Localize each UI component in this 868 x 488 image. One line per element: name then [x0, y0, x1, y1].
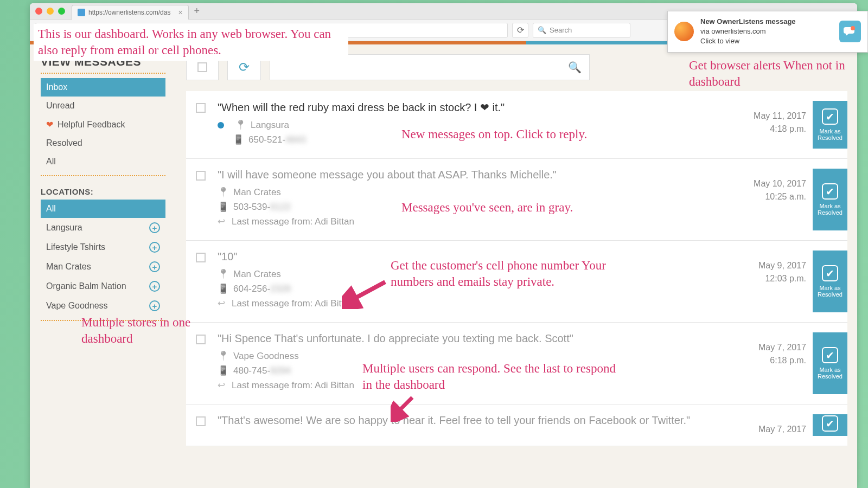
last-message-from: Last message from: Adi Bittan [232, 216, 354, 227]
check-icon: ✔ [822, 108, 838, 125]
message-timestamp: May 11, 20174:18 p.m. [748, 101, 813, 149]
phone-icon [218, 365, 229, 376]
message-location: Man Crates [233, 187, 281, 198]
add-location-icon[interactable]: + [149, 281, 160, 292]
message-body: "That's awesome! We are so happy to hear… [218, 414, 748, 436]
message-row[interactable]: "When will the red ruby maxi dress be ba… [186, 91, 847, 159]
message-timestamp: May 10, 201710:25 a.m. [748, 169, 813, 230]
message-text: "When will the red ruby maxi dress be ba… [218, 101, 741, 114]
window-controls [35, 8, 65, 15]
location-item-all[interactable]: All [41, 200, 165, 218]
browser-tab[interactable]: https://ownerlistens.com/das × [72, 5, 189, 20]
message-timestamp: May 9, 201712:03 p.m. [748, 251, 813, 312]
browser-notification[interactable]: New OwnerListens message via ownerlisten… [667, 11, 868, 53]
annotation-browser-alerts: Get browser alerts When not in dashboard [689, 57, 852, 90]
divider [41, 175, 165, 176]
reply-icon [218, 298, 227, 309]
search-placeholder: Search [550, 26, 572, 34]
message-text: "I will have someone message you about t… [218, 169, 741, 181]
notification-text: New OwnerListens message via ownerlisten… [700, 17, 833, 47]
location-icon [218, 350, 229, 362]
message-timestamp: May 7, 2017 [748, 414, 813, 436]
sidebar-item-helpful-feedback[interactable]: ❤Helpful Feedback [41, 115, 165, 134]
location-item-vape-goodness[interactable]: Vape Goodness+ [41, 296, 165, 316]
reply-icon [218, 216, 227, 227]
location-icon [235, 119, 246, 131]
location-item-lifestyle-tshirts[interactable]: Lifestyle Tshirts+ [41, 237, 165, 257]
sidebar-item-unread[interactable]: Unread [41, 97, 165, 115]
message-text: "That's awesome! We are so happy to hear… [218, 414, 741, 427]
mark-resolved-button[interactable]: ✔Mark asResolved [813, 169, 847, 230]
sidebar-item-all[interactable]: All [41, 152, 165, 171]
mark-resolved-button[interactable]: ✔Mark asResolved [813, 251, 847, 312]
message-row[interactable]: "That's awesome! We are so happy to hear… [186, 404, 847, 446]
sidebar-item-inbox[interactable]: Inbox [41, 78, 165, 97]
annotation-multi-store: Multiple stores in one dashboard [81, 314, 201, 347]
maximize-window-button[interactable] [58, 8, 65, 15]
phone-icon [233, 134, 244, 145]
reload-button[interactable]: ⟳ [512, 23, 528, 38]
message-location: Langsura [251, 120, 289, 131]
svg-line-2 [396, 397, 412, 414]
firefox-icon [674, 22, 694, 41]
minimize-window-button[interactable] [47, 8, 54, 15]
divider [41, 73, 165, 74]
message-text: "Hi Spence That's unfortunate. I do appr… [218, 332, 741, 345]
add-location-icon[interactable]: + [149, 222, 160, 233]
check-icon: ✔ [822, 265, 838, 281]
annotation-seen-messages: Messages you've seen, are in gray. [401, 200, 573, 216]
check-icon: ✔ [822, 415, 838, 432]
message-checkbox[interactable] [196, 101, 218, 149]
message-phone: 604-256-2328 [233, 284, 291, 294]
location-icon [218, 187, 229, 198]
arrow-icon [391, 395, 418, 422]
tab-url: https://ownerlistens.com/das [88, 9, 170, 16]
browser-search-input[interactable]: 🔍 Search [533, 23, 630, 38]
mark-resolved-button[interactable]: ✔Mark asResolved [813, 101, 847, 149]
message-phone: 503-539-6122 [233, 202, 291, 213]
unread-indicator-icon [218, 122, 224, 129]
close-window-button[interactable] [35, 8, 42, 15]
last-message-from: Last message from: Adi Bittan [232, 298, 354, 309]
reply-icon [218, 380, 227, 391]
arrow-icon [342, 277, 391, 309]
message-checkbox[interactable] [196, 414, 218, 436]
message-phone: 650-521-4843 [248, 134, 306, 145]
sidebar: VIEW MESSAGES Inbox Unread ❤Helpful Feed… [30, 44, 176, 488]
message-checkbox[interactable] [196, 169, 218, 230]
message-phone: 480-745-9294 [233, 365, 291, 376]
location-item-organic-balm-nation[interactable]: Organic Balm Nation+ [41, 277, 165, 296]
message-timestamp: May 7, 20176:18 p.m. [748, 332, 813, 394]
check-icon: ✔ [822, 347, 838, 363]
annotation-dashboard-intro: This is our dashboard. Works in any web … [34, 24, 348, 61]
message-location: Vape Goodness [233, 351, 299, 362]
annotation-new-messages: New messages on top. Click to reply. [401, 126, 587, 143]
phone-icon [218, 283, 229, 294]
message-checkbox[interactable] [196, 251, 218, 312]
search-icon: 🔍 [538, 26, 546, 34]
location-icon [218, 268, 229, 280]
last-message-from: Last message from: Adi Bittan [232, 380, 354, 391]
add-location-icon[interactable]: + [149, 242, 160, 253]
annotation-multi-user: Multiple users can respond. See the last… [362, 361, 628, 393]
close-tab-icon[interactable]: × [178, 8, 182, 17]
mark-resolved-button[interactable]: ✔ [813, 414, 847, 436]
app-icon [839, 21, 861, 42]
add-location-icon[interactable]: + [149, 261, 160, 272]
location-item-man-crates[interactable]: Man Crates+ [41, 257, 165, 277]
phone-icon [218, 201, 229, 213]
svg-line-1 [350, 282, 385, 301]
check-icon: ✔ [822, 183, 838, 200]
location-item-langsura[interactable]: Langsura+ [41, 218, 165, 237]
message-location: Man Crates [233, 269, 281, 280]
annotation-phone-privacy: Get the customer's cell phone number You… [391, 258, 646, 290]
favicon-icon [78, 9, 85, 16]
new-tab-button[interactable]: + [194, 5, 200, 17]
heart-icon: ❤ [46, 119, 53, 130]
locations-header: LOCATIONS: [41, 181, 165, 200]
mark-resolved-button[interactable]: ✔Mark asResolved [813, 332, 847, 394]
sidebar-item-resolved[interactable]: Resolved [41, 134, 165, 152]
add-location-icon[interactable]: + [149, 300, 160, 311]
svg-point-0 [851, 26, 855, 30]
search-icon: 🔍 [568, 61, 582, 74]
